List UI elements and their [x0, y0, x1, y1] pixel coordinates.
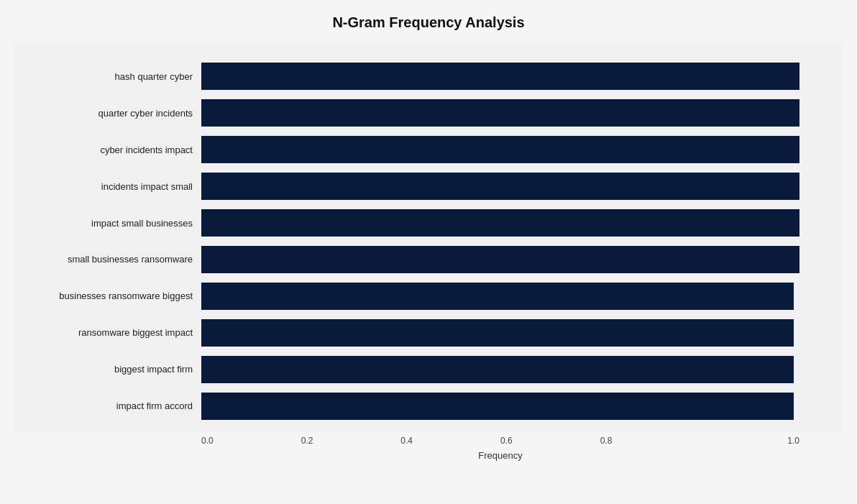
bar — [201, 209, 799, 237]
bar — [201, 283, 794, 310]
bar-label: businesses ransomware biggest — [22, 290, 201, 301]
bar-wrapper — [201, 173, 799, 200]
bar-label: hash quarter cyber — [22, 71, 201, 82]
x-tick: 0.6 — [500, 436, 600, 446]
bar — [201, 246, 799, 273]
bar-row: biggest impact firm — [22, 353, 799, 385]
bar-wrapper — [201, 209, 799, 237]
bar — [201, 356, 794, 383]
x-tick: 0.4 — [400, 436, 500, 446]
chart-container: N-Gram Frequency Analysis hash quarter c… — [0, 0, 857, 504]
x-tick: 0.2 — [301, 436, 401, 446]
chart-title: N-Gram Frequency Analysis — [332, 14, 524, 31]
bar-label: small businesses ransomware — [22, 254, 201, 265]
x-tick: 0.0 — [201, 436, 301, 446]
bar-row: ransomware biggest impact — [22, 316, 799, 349]
bar — [201, 393, 794, 420]
bar-row: businesses ransomware biggest — [22, 280, 799, 312]
bar-label: cyber incidents impact — [22, 145, 201, 155]
bar-wrapper — [201, 63, 799, 90]
bar-label: quarter cyber incidents — [22, 108, 201, 119]
bar-label: incidents impact small — [22, 181, 201, 192]
chart-area: hash quarter cyberquarter cyber incident… — [14, 44, 843, 431]
bar-wrapper — [201, 136, 799, 163]
bar-label: biggest impact firm — [22, 364, 201, 375]
bar-wrapper — [201, 283, 799, 310]
bar-row: impact firm accord — [22, 390, 799, 422]
bar — [201, 319, 794, 347]
x-tick: 0.8 — [600, 436, 700, 446]
x-tick: 1.0 — [700, 436, 799, 446]
x-axis-area: 0.00.20.40.60.81.0 Frequency — [14, 431, 843, 461]
bar — [201, 99, 799, 127]
bar-wrapper — [201, 393, 799, 420]
bar-label: impact small businesses — [22, 218, 201, 229]
bar-wrapper — [201, 319, 799, 347]
bar-wrapper — [201, 356, 799, 383]
x-axis-label: Frequency — [22, 450, 799, 461]
bar-row: impact small businesses — [22, 207, 799, 239]
bar — [201, 173, 799, 200]
bar-label: ransomware biggest impact — [22, 327, 201, 338]
bar-row: hash quarter cyber — [22, 60, 799, 93]
bar — [201, 63, 799, 90]
bar-row: small businesses ransomware — [22, 244, 799, 276]
bar-row: quarter cyber incidents — [22, 97, 799, 129]
bar — [201, 136, 799, 163]
bar-wrapper — [201, 246, 799, 273]
bar-row: incidents impact small — [22, 170, 799, 203]
x-axis-ticks: 0.00.20.40.60.81.0 — [22, 436, 799, 446]
bar-label: impact firm accord — [22, 400, 201, 411]
bar-row: cyber incidents impact — [22, 134, 799, 166]
bar-wrapper — [201, 99, 799, 127]
